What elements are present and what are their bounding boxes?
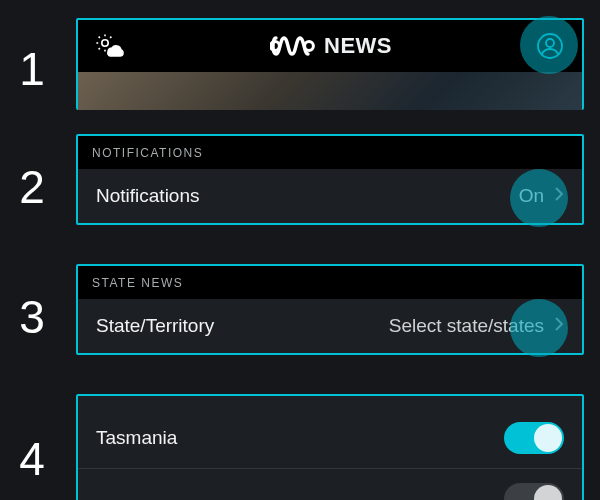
- card-notifications: NOTIFICATIONS Notifications On: [76, 134, 584, 225]
- news-hero-image: [78, 72, 582, 110]
- brand-logo: NEWS: [270, 33, 392, 59]
- step-number-1: 1: [0, 42, 64, 96]
- svg-point-7: [271, 42, 280, 51]
- svg-line-5: [99, 37, 100, 38]
- weather-icon[interactable]: [96, 34, 126, 58]
- state-territory-value: Select state/states: [389, 315, 544, 337]
- row-notifications[interactable]: Notifications On: [78, 169, 582, 223]
- list-item[interactable]: Tasmania: [78, 408, 582, 468]
- step-number-3: 3: [0, 290, 64, 344]
- svg-line-6: [99, 48, 100, 49]
- card-state-news: STATE NEWS State/Territory Select state/…: [76, 264, 584, 355]
- chevron-right-icon: [554, 185, 564, 207]
- notifications-value: On: [519, 185, 544, 207]
- state-territory-label: State/Territory: [96, 315, 214, 337]
- chevron-right-icon: [554, 315, 564, 337]
- row-state-territory[interactable]: State/Territory Select state/states: [78, 299, 582, 353]
- svg-point-0: [102, 40, 108, 46]
- svg-line-4: [110, 37, 111, 38]
- brand-title: NEWS: [324, 33, 392, 59]
- svg-point-10: [546, 39, 554, 47]
- notifications-label: Notifications: [96, 185, 200, 207]
- section-header-notifications: NOTIFICATIONS: [78, 136, 582, 169]
- state-toggle[interactable]: [504, 483, 564, 500]
- step-number-4: 4: [0, 432, 64, 486]
- svg-point-8: [305, 42, 314, 51]
- card-news-header: NEWS: [76, 18, 584, 110]
- section-header-state-news: STATE NEWS: [78, 266, 582, 299]
- abc-logo-icon: [270, 35, 316, 57]
- app-header: NEWS: [78, 20, 582, 72]
- state-toggle[interactable]: [504, 422, 564, 454]
- step-number-2: 2: [0, 160, 64, 214]
- list-item[interactable]: [78, 469, 582, 500]
- state-name: Tasmania: [96, 427, 177, 449]
- card-states-list: Tasmania: [76, 394, 584, 500]
- profile-icon[interactable]: [536, 32, 564, 60]
